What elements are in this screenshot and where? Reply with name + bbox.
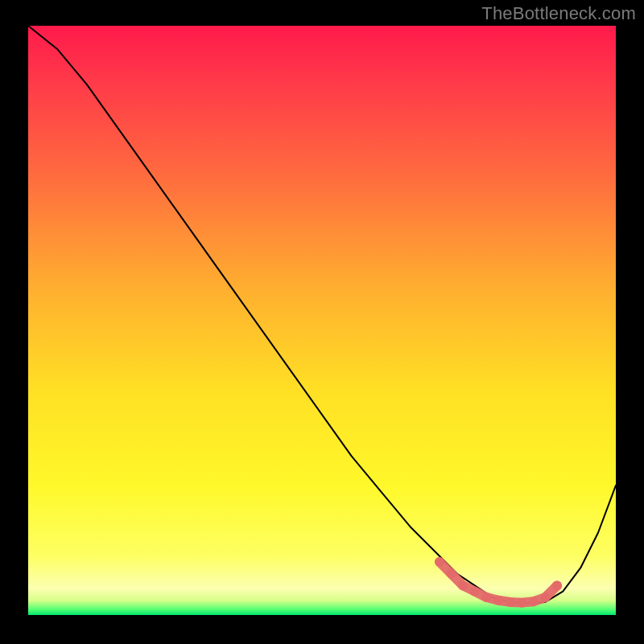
svg-rect-0 bbox=[28, 26, 616, 615]
attribution-text: TheBottleneck.com bbox=[481, 3, 636, 24]
background-gradient bbox=[28, 26, 616, 615]
chart-container: TheBottleneck.com bbox=[0, 0, 644, 644]
plot-area bbox=[28, 26, 616, 615]
